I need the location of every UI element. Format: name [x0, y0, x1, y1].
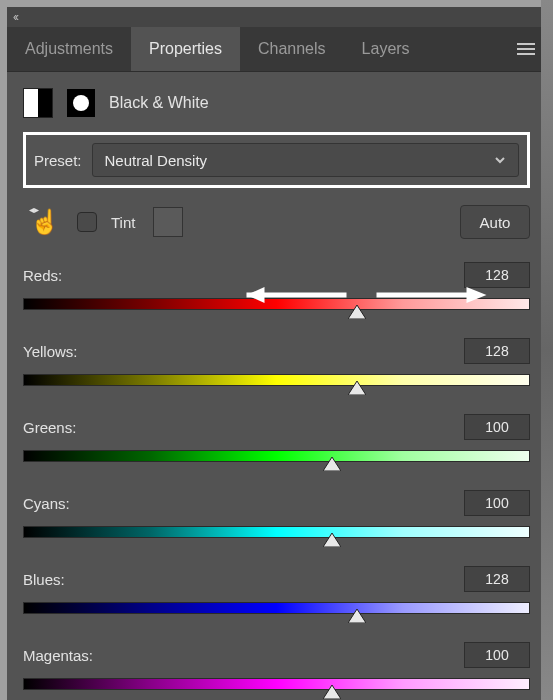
svg-marker-9	[323, 457, 341, 471]
slider-greens: Greens: 100	[23, 414, 530, 462]
tab-bar: Adjustments Properties Channels Layers	[7, 27, 546, 72]
adjustment-title: Black & White	[109, 94, 209, 112]
slider-label: Blues:	[23, 571, 65, 588]
black-white-icon	[23, 88, 53, 118]
slider-thumb[interactable]	[348, 609, 366, 623]
tab-properties[interactable]: Properties	[131, 27, 240, 71]
slider-label: Yellows:	[23, 343, 77, 360]
adjustment-header: Black & White	[23, 72, 530, 132]
layer-mask-icon[interactable]	[67, 89, 95, 117]
slider-label: Reds:	[23, 267, 62, 284]
slider-track[interactable]	[23, 298, 530, 310]
svg-marker-8	[348, 381, 366, 395]
slider-value-input[interactable]: 128	[464, 262, 530, 288]
tab-label: Adjustments	[25, 40, 113, 58]
tint-checkbox[interactable]	[77, 212, 97, 232]
tab-label: Channels	[258, 40, 326, 58]
tint-row: ◂▸ ☝ Tint Auto	[23, 204, 530, 240]
slider-label: Cyans:	[23, 495, 70, 512]
slider-value-input[interactable]: 128	[464, 338, 530, 364]
slider-label: Greens:	[23, 419, 76, 436]
preset-value: Neutral Density	[105, 152, 208, 169]
svg-marker-10	[323, 533, 341, 547]
slider-track[interactable]	[23, 450, 530, 462]
preset-label: Preset:	[34, 152, 82, 169]
slider-value-input[interactable]: 128	[464, 566, 530, 592]
slider-magentas: Magentas: 100	[23, 642, 530, 690]
svg-marker-12	[323, 685, 341, 699]
chevron-left-icon: ‹‹	[13, 10, 17, 24]
tab-label: Properties	[149, 40, 222, 58]
tab-adjustments[interactable]: Adjustments	[7, 27, 131, 71]
slider-track[interactable]	[23, 602, 530, 614]
auto-button[interactable]: Auto	[460, 205, 530, 239]
tab-label: Layers	[362, 40, 410, 58]
slider-blues: Blues: 128	[23, 566, 530, 614]
slider-track[interactable]	[23, 374, 530, 386]
slider-value-input[interactable]: 100	[464, 642, 530, 668]
slider-track[interactable]	[23, 678, 530, 690]
slider-thumb[interactable]	[348, 305, 366, 319]
collapse-bar[interactable]: ‹‹	[7, 7, 546, 27]
targeted-adjustment-icon[interactable]: ◂▸ ☝	[27, 204, 63, 240]
slider-track[interactable]	[23, 526, 530, 538]
slider-thumb[interactable]	[323, 457, 341, 471]
slider-value-input[interactable]: 100	[464, 414, 530, 440]
slider-yellows: Yellows: 128	[23, 338, 530, 386]
tint-label: Tint	[111, 214, 135, 231]
slider-cyans: Cyans: 100	[23, 490, 530, 538]
slider-thumb[interactable]	[323, 533, 341, 547]
preset-highlight: Preset: Neutral Density	[23, 132, 530, 188]
svg-marker-3	[348, 305, 366, 319]
slider-thumb[interactable]	[323, 685, 341, 699]
preset-dropdown[interactable]: Neutral Density	[92, 143, 519, 177]
slider-reds: Reds: 128	[23, 262, 530, 310]
slider-label: Magentas:	[23, 647, 93, 664]
svg-marker-11	[348, 609, 366, 623]
tint-swatch[interactable]	[153, 207, 183, 237]
slider-thumb[interactable]	[348, 381, 366, 395]
auto-label: Auto	[480, 214, 511, 231]
tab-channels[interactable]: Channels	[240, 27, 344, 71]
panel-menu-icon[interactable]	[506, 27, 546, 71]
right-edge	[541, 0, 553, 700]
slider-value-input[interactable]: 100	[464, 490, 530, 516]
tab-layers[interactable]: Layers	[344, 27, 428, 71]
